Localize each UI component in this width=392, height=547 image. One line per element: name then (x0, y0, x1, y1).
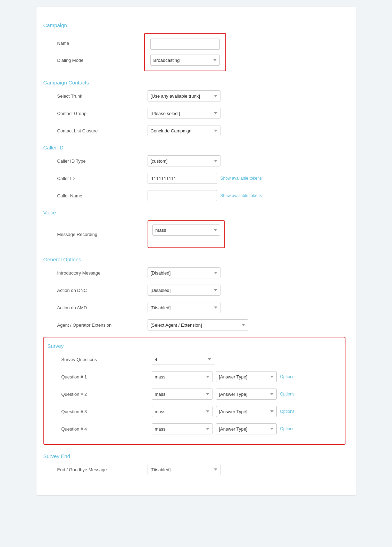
question3-row: Question # 3 mass [Answer Type] Options (48, 406, 339, 417)
message-recording-row: Message Recording mass (43, 220, 345, 248)
question2-answer-select[interactable]: [Answer Type] (216, 389, 277, 400)
question1-answer-select[interactable]: [Answer Type] (216, 371, 277, 382)
contact-list-closure-label: Contact List Closure (57, 128, 148, 133)
name-input[interactable] (150, 39, 220, 50)
question1-row: Question # 1 mass [Answer Type] Options (48, 371, 339, 382)
caller-name-label: Caller Name (57, 193, 148, 198)
general-options-section: General Options Introductory Message [Di… (43, 256, 345, 330)
contact-list-closure-select[interactable]: Conclude Campaign (148, 125, 220, 136)
question3-recording-select[interactable]: mass (152, 406, 212, 417)
agent-operator-row: Agent / Operator Extension [Select Agent… (43, 319, 345, 330)
question3-options-link[interactable]: Options (280, 409, 294, 414)
question2-options-link[interactable]: Options (280, 392, 294, 397)
caller-id-type-row: Caller ID Type [custom] (43, 155, 345, 166)
question1-options-link[interactable]: Options (280, 374, 294, 379)
question4-recording-select[interactable]: mass (152, 423, 212, 434)
introductory-message-row: Introductory Message [Disabled] (43, 267, 345, 278)
caller-id-input[interactable] (148, 173, 217, 184)
caller-id-show-tokens[interactable]: Show available tokens (220, 176, 262, 181)
caller-name-input[interactable] (148, 190, 217, 201)
agent-operator-label: Agent / Operator Extension (57, 323, 148, 328)
question4-options-link[interactable]: Options (280, 426, 294, 431)
introductory-message-select[interactable]: [Disabled] (148, 267, 220, 278)
caller-id-type-label: Caller ID Type (57, 158, 148, 164)
caller-name-show-tokens[interactable]: Show available tokens (220, 193, 262, 198)
question2-row: Question # 2 mass [Answer Type] Options (48, 389, 339, 400)
caller-id-title: Caller ID (43, 145, 345, 150)
action-on-dnc-row: Action on DNC [Disabled] (43, 285, 345, 296)
campaign-section: Campaign Name Dialing Mode Broadcasting (43, 22, 345, 71)
survey-end-title: Survey End (43, 453, 345, 459)
contact-group-label: Contact Group (57, 111, 148, 116)
dialing-mode-label: Dialing Mode (57, 58, 89, 63)
message-recording-label: Message Recording (57, 232, 148, 237)
campaign-contacts-title: Campaign Contacts (43, 80, 345, 85)
dialing-mode-select[interactable]: Broadcasting (150, 55, 220, 66)
name-label: Name (57, 41, 75, 46)
caller-id-type-select[interactable]: [custom] (148, 155, 220, 166)
select-trunk-label: Select Trunk (57, 93, 148, 99)
action-on-amd-row: Action on AMD [Disabled] (43, 302, 345, 313)
caller-id-label: Caller ID (57, 176, 148, 181)
contact-group-row: Contact Group [Please select] (43, 108, 345, 119)
caller-id-section: Caller ID Caller ID Type [custom] Caller… (43, 145, 345, 201)
general-options-title: General Options (43, 256, 345, 262)
message-recording-select[interactable]: mass (152, 224, 220, 236)
introductory-message-label: Introductory Message (57, 270, 148, 276)
end-goodbye-label: End / Goodbye Message (57, 467, 148, 472)
survey-title: Survey (48, 343, 339, 349)
question1-label: Question # 1 (61, 374, 152, 379)
question3-answer-select[interactable]: [Answer Type] (216, 406, 277, 417)
action-on-dnc-label: Action on DNC (57, 288, 148, 293)
action-on-dnc-select[interactable]: [Disabled] (148, 285, 220, 296)
question4-answer-select[interactable]: [Answer Type] (216, 423, 277, 434)
survey-questions-label: Survey Questions (61, 357, 152, 362)
campaign-contacts-section: Campaign Contacts Select Trunk [Use any … (43, 80, 345, 136)
end-goodbye-row: End / Goodbye Message [Disabled] (43, 464, 345, 475)
survey-section: Survey Survey Questions 4 Question # 1 m… (43, 337, 345, 445)
action-on-amd-select[interactable]: [Disabled] (148, 302, 220, 313)
voice-title: Voice (43, 210, 345, 215)
end-goodbye-select[interactable]: [Disabled] (148, 464, 220, 475)
question2-label: Question # 2 (61, 392, 152, 397)
voice-section: Voice Message Recording mass (43, 210, 345, 248)
question3-label: Question # 3 (61, 409, 152, 414)
question1-recording-select[interactable]: mass (152, 371, 212, 382)
caller-id-row: Caller ID Show available tokens (43, 173, 345, 184)
question4-row: Question # 4 mass [Answer Type] Options (48, 423, 339, 434)
campaign-title: Campaign (43, 22, 345, 28)
caller-name-row: Caller Name Show available tokens (43, 190, 345, 201)
agent-operator-select[interactable]: [Select Agent / Extension] (148, 319, 248, 330)
question4-label: Question # 4 (61, 426, 152, 432)
select-trunk-row: Select Trunk [Use any available trunk] (43, 90, 345, 101)
action-on-amd-label: Action on AMD (57, 305, 148, 310)
contact-list-closure-row: Contact List Closure Conclude Campaign (43, 125, 345, 136)
page-container: Campaign Name Dialing Mode Broadcasting (36, 7, 356, 495)
question2-recording-select[interactable]: mass (152, 389, 212, 400)
survey-questions-select[interactable]: 4 (152, 354, 214, 365)
survey-end-section: Survey End End / Goodbye Message [Disabl… (43, 453, 345, 475)
survey-questions-row: Survey Questions 4 (48, 354, 339, 365)
select-trunk-select[interactable]: [Use any available trunk] (148, 90, 220, 101)
contact-group-select[interactable]: [Please select] (148, 108, 220, 119)
